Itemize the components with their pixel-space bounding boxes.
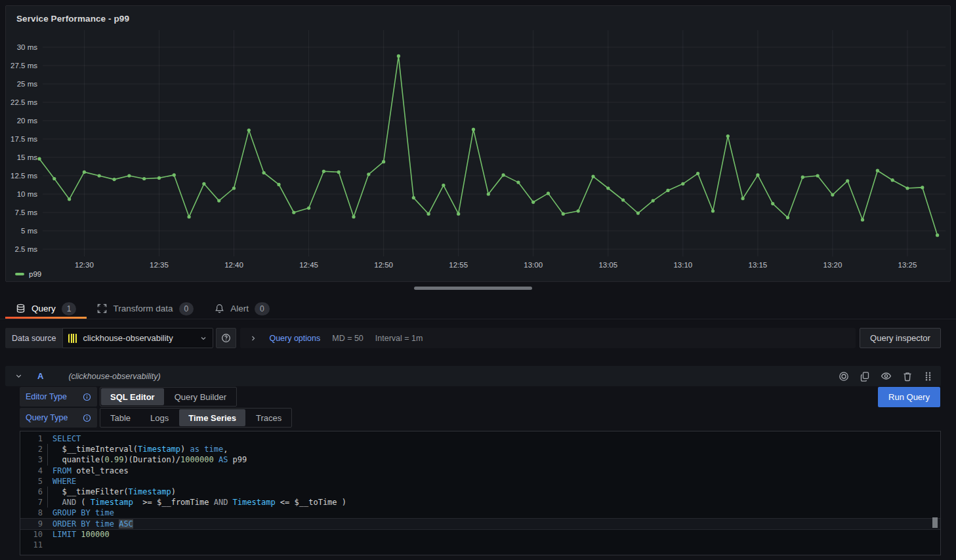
query-type-traces[interactable]: Traces xyxy=(247,409,291,426)
sql-line-8[interactable]: 8GROUP BY time xyxy=(20,508,940,518)
datasource-picker[interactable]: clickhouse-observability xyxy=(62,328,213,348)
query-type-table[interactable]: Table xyxy=(101,409,140,426)
datasource-help-button[interactable] xyxy=(216,328,236,348)
run-query-button[interactable]: Run Query xyxy=(878,387,940,407)
svg-text:7.5 ms: 7.5 ms xyxy=(14,209,37,216)
svg-text:15 ms: 15 ms xyxy=(17,153,38,161)
sql-line-2[interactable]: 2 $__timeInterval(Timestamp) as time, xyxy=(20,444,940,454)
query-type-label-chip: Query Type xyxy=(20,408,97,428)
database-icon xyxy=(16,304,26,313)
line-number: 8 xyxy=(20,508,43,518)
tab-query-count: 1 xyxy=(62,302,77,315)
drag-handle-icon[interactable] xyxy=(922,370,934,383)
bell-icon xyxy=(215,304,224,313)
query-toolbar: Data source clickhouse-observability Que… xyxy=(5,328,941,348)
tab-query[interactable]: Query 1 xyxy=(5,298,87,319)
svg-text:13:05: 13:05 xyxy=(598,261,617,269)
query-type-label: Query Type xyxy=(26,413,68,422)
chevron-right-icon[interactable] xyxy=(249,334,257,342)
svg-text:17.5 ms: 17.5 ms xyxy=(10,135,37,143)
clickhouse-logo-icon xyxy=(68,334,77,343)
query-type-row: Query Type Table Logs Time Series Traces xyxy=(20,408,292,428)
svg-text:10 ms: 10 ms xyxy=(17,190,38,198)
sql-code-text: ORDER BY time ASC xyxy=(43,519,133,529)
editor-type-sql-editor[interactable]: SQL Editor xyxy=(101,388,164,405)
query-type-group: Table Logs Time Series Traces xyxy=(100,408,292,428)
tab-transform-data[interactable]: Transform data 0 xyxy=(87,298,204,319)
svg-text:12:55: 12:55 xyxy=(449,261,468,269)
indent-guide xyxy=(47,497,48,508)
query-row-header[interactable]: A (clickhouse-observability) xyxy=(5,366,941,386)
sql-line-9[interactable]: 9ORDER BY time ASC xyxy=(20,519,940,529)
query-row-actions xyxy=(837,369,934,383)
svg-text:25 ms: 25 ms xyxy=(17,80,38,88)
info-icon[interactable] xyxy=(83,393,91,401)
sql-code-editor[interactable]: 1SELECT2 $__timeInterval(Timestamp) as t… xyxy=(20,431,941,555)
hide-response-eye-icon[interactable] xyxy=(879,369,893,383)
svg-text:12:45: 12:45 xyxy=(299,261,318,269)
query-options-md: MD = 50 xyxy=(332,334,364,343)
sql-line-3[interactable]: 3 quantile(0.99)(Duration)/1000000 AS p9… xyxy=(20,454,940,465)
sql-code-text: FROM otel_traces xyxy=(43,466,129,476)
delete-query-trash-icon[interactable] xyxy=(901,370,914,383)
legend-series-swatch xyxy=(15,273,24,275)
chevron-down-icon xyxy=(199,334,207,342)
line-number: 9 xyxy=(20,519,43,529)
query-options-interval: Interval = 1m xyxy=(375,334,423,343)
sql-code-text: WHERE xyxy=(43,476,76,487)
sql-line-1[interactable]: 1SELECT xyxy=(20,433,940,444)
sql-line-7[interactable]: 7 AND ( Timestamp >= $__fromTime AND Tim… xyxy=(20,497,940,508)
datasource-label: Data source xyxy=(5,328,62,348)
query-datasource-hint: (clickhouse-observability) xyxy=(68,372,160,381)
svg-text:12:35: 12:35 xyxy=(150,261,169,269)
panel-title[interactable]: Service Performance - p99 xyxy=(16,14,129,24)
sql-code-text: SELECT xyxy=(43,433,81,444)
sql-line-6[interactable]: 6 $__timeFilter(Timestamp) xyxy=(20,487,940,497)
editor-type-row: Editor Type SQL Editor Query Builder xyxy=(20,387,237,407)
svg-text:30 ms: 30 ms xyxy=(17,43,38,51)
editor-type-label-chip: Editor Type xyxy=(20,387,97,407)
editor-overview-ruler-marker xyxy=(932,517,938,528)
editor-type-group: SQL Editor Query Builder xyxy=(100,387,237,407)
editor-type-label: Editor Type xyxy=(26,392,67,401)
svg-text:12:40: 12:40 xyxy=(224,261,243,269)
sql-code-text: GROUP BY time xyxy=(43,508,114,518)
sql-code-text: $__timeFilter(Timestamp) xyxy=(43,487,176,497)
sql-code-text: AND ( Timestamp >= $__fromTime AND Times… xyxy=(43,497,346,508)
query-options-link[interactable]: Query options xyxy=(269,334,320,343)
sql-line-10[interactable]: 10LIMIT 100000 xyxy=(20,529,940,540)
svg-text:5 ms: 5 ms xyxy=(21,227,37,235)
tab-transform-label: Transform data xyxy=(113,304,173,313)
svg-text:13:10: 13:10 xyxy=(673,261,692,269)
sql-line-11[interactable]: 11 xyxy=(20,540,940,550)
collapse-chevron-icon[interactable] xyxy=(14,372,23,380)
indent-guide xyxy=(47,487,48,497)
info-icon[interactable] xyxy=(83,414,91,422)
editor-type-query-builder[interactable]: Query Builder xyxy=(165,388,236,405)
active-tab-underline xyxy=(5,317,87,319)
query-type-time-series[interactable]: Time Series xyxy=(179,409,245,426)
transform-icon xyxy=(97,304,107,313)
sql-line-5[interactable]: 5WHERE xyxy=(20,476,940,487)
svg-text:12:50: 12:50 xyxy=(374,261,393,269)
svg-text:12.5 ms: 12.5 ms xyxy=(10,172,37,180)
sql-code-text: LIMIT 100000 xyxy=(43,529,110,540)
help-icon xyxy=(221,333,231,343)
sql-code-text xyxy=(43,540,52,550)
query-ref-id[interactable]: A xyxy=(37,371,43,381)
query-inspector-button[interactable]: Query inspector xyxy=(860,328,941,348)
query-options-bar: Query options MD = 50 Interval = 1m xyxy=(240,328,856,348)
sql-line-4[interactable]: 4FROM otel_traces xyxy=(20,466,940,476)
tab-alert[interactable]: Alert 0 xyxy=(204,298,280,319)
pane-resize-handle[interactable] xyxy=(414,287,532,290)
query-type-logs[interactable]: Logs xyxy=(141,409,178,426)
svg-text:27.5 ms: 27.5 ms xyxy=(10,62,37,70)
tab-alert-count: 0 xyxy=(255,302,270,315)
timeseries-chart[interactable]: 2.5 ms5 ms7.5 ms10 ms12.5 ms15 ms17.5 ms… xyxy=(6,6,951,283)
duplicate-query-icon[interactable] xyxy=(858,370,871,383)
disable-query-icon[interactable] xyxy=(837,370,850,383)
legend-series-label[interactable]: p99 xyxy=(29,270,41,278)
svg-text:2.5 ms: 2.5 ms xyxy=(14,245,37,253)
tab-alert-label: Alert xyxy=(230,304,249,313)
line-number: 10 xyxy=(20,529,43,540)
